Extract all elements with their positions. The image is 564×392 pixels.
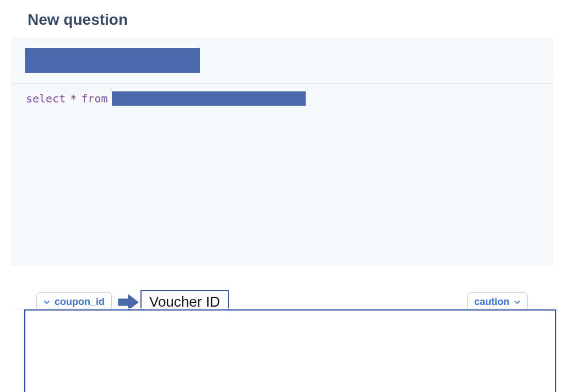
sql-table-name-redacted[interactable] bbox=[112, 91, 306, 106]
sql-line-1[interactable]: select * from bbox=[26, 91, 539, 106]
sql-editor[interactable]: select * from bbox=[12, 84, 552, 265]
results-area[interactable] bbox=[24, 309, 556, 392]
sql-token-star: * bbox=[70, 91, 77, 106]
database-selector-strip[interactable] bbox=[12, 39, 552, 84]
column-chip-label: coupon_id bbox=[55, 296, 105, 308]
database-selector-redacted[interactable] bbox=[25, 48, 200, 73]
sql-token-select: select bbox=[26, 91, 66, 106]
page-title: New question bbox=[28, 11, 553, 29]
chevron-down-icon bbox=[44, 299, 50, 306]
column-chip-label: caution bbox=[474, 296, 509, 308]
row-separator bbox=[11, 308, 543, 309]
query-editor-panel: select * from bbox=[11, 39, 553, 266]
chevron-down-icon bbox=[514, 299, 520, 306]
sql-token-from: from bbox=[81, 91, 107, 106]
